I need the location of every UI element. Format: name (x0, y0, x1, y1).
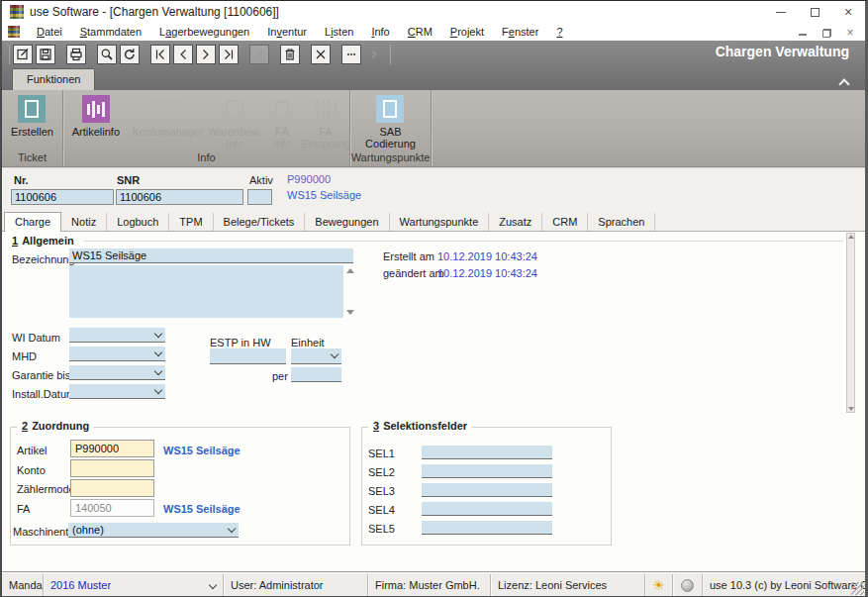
zaehlermodell-input[interactable] (70, 479, 154, 497)
mdi-restore-button[interactable] (820, 26, 833, 38)
bezeichnung-textarea[interactable] (69, 265, 343, 318)
fa-info-button: FA Info (262, 93, 302, 149)
print-button[interactable] (66, 45, 86, 64)
sel1-input[interactable] (422, 446, 552, 459)
refresh-button[interactable] (120, 45, 140, 64)
mdi-minimize-button[interactable] (796, 26, 810, 38)
tab-charge[interactable]: Charge (4, 212, 61, 232)
minimize-button[interactable] (764, 1, 798, 23)
scroll-down-icon[interactable] (346, 310, 354, 315)
install-datum-select[interactable] (69, 384, 165, 399)
article-name-link[interactable]: WS15 Seilsäge (287, 189, 361, 201)
fa-info-icon (268, 95, 296, 123)
charge-tab-content: 1Allgemein Bezeichnung Erstellt am 10.12… (2, 232, 865, 573)
ribbon-group-wartungspunkte: SAB Codierung Wartungspunkte (350, 90, 432, 166)
bezeichnung-input[interactable] (69, 249, 353, 263)
resize-grip[interactable] (851, 582, 864, 595)
mdi-minimize-icon (799, 34, 807, 36)
ribbon-group-ticket: Erstellen Ticket (2, 90, 63, 166)
delete-button[interactable] (280, 45, 300, 64)
menu-inventur[interactable]: Inventur (258, 25, 316, 39)
more-button[interactable] (341, 45, 361, 64)
konto-input[interactable] (70, 459, 154, 477)
scroll-up-icon[interactable] (848, 235, 854, 239)
sel3-input[interactable] (422, 483, 552, 497)
maximize-button[interactable] (798, 1, 831, 23)
scroll-down-icon[interactable] (848, 407, 854, 411)
erstellen-button[interactable]: Erstellen (11, 93, 53, 138)
menu-datei[interactable]: Datei (28, 25, 71, 39)
mandant-select[interactable]: 2016 Muster (44, 574, 224, 596)
ribbon-group-info: Artikelinfo Kontomanager Warenbew. Info … (63, 90, 350, 166)
scroll-up-icon[interactable] (346, 268, 354, 273)
detail-tabstrip: Charge Notiz Logbuch TPM Belege/Tickets … (2, 212, 865, 232)
collapse-ribbon-icon[interactable] (839, 77, 847, 85)
status-alert-cell: ☀ (645, 574, 673, 596)
menu-crm[interactable]: CRM (399, 25, 441, 39)
sel2-label: SEL2 (368, 466, 395, 478)
menu-projekt[interactable]: Projekt (441, 25, 493, 39)
per-input[interactable] (291, 367, 341, 382)
article-code-link[interactable]: P990000 (287, 173, 331, 185)
first-record-button[interactable] (150, 45, 170, 64)
mhd-select[interactable] (69, 347, 165, 361)
new-record-button[interactable] (13, 45, 33, 64)
tab-sprachen[interactable]: Sprachen (588, 213, 655, 231)
save-button[interactable] (36, 45, 55, 64)
tab-wartungspunkte[interactable]: Wartungspunkte (390, 213, 490, 231)
record-header: Nr. SNR Aktiv P990000 WS15 Seilsäge (2, 167, 865, 212)
ribbon-tab-funktionen[interactable]: Funktionen (12, 68, 95, 90)
tab-zusatz[interactable]: Zusatz (489, 213, 542, 231)
artikelinfo-button[interactable]: Artikelinfo (63, 93, 129, 138)
sel5-input[interactable] (422, 521, 552, 535)
menu-help[interactable]: ? (547, 25, 571, 39)
snr-input[interactable] (116, 189, 243, 205)
mdi-close-button[interactable]: × (843, 26, 857, 38)
maschinentyp-select[interactable]: (ohne) (68, 523, 239, 538)
aktiv-input[interactable] (247, 189, 272, 205)
chevron-down-icon (209, 581, 217, 589)
menu-info[interactable]: Info (362, 25, 398, 39)
mhd-label: MHD (12, 350, 37, 362)
tab-notiz[interactable]: Notiz (61, 213, 107, 231)
fa-name-link[interactable]: WS15 Seilsäge (163, 503, 241, 515)
menu-stammdaten[interactable]: Stammdaten (71, 25, 150, 39)
artikel-name-link[interactable]: WS15 Seilsäge (163, 445, 241, 456)
tab-bewegungen[interactable]: Bewegungen (305, 213, 389, 231)
menu-lagerbewegungen[interactable]: Lagerbewegungen (150, 25, 258, 39)
menu-fenster[interactable]: Fenster (493, 25, 547, 39)
sel3-label: SEL3 (368, 485, 395, 497)
title-bar: use Software - [Chargen Verwaltung [1100… (2, 1, 865, 23)
tab-belege-tickets[interactable]: Belege/Tickets (214, 213, 306, 231)
maschinentyp-value: (ohne) (72, 524, 104, 536)
garantie-label: Garantie bis (12, 369, 70, 381)
sel2-input[interactable] (422, 464, 552, 478)
delete-icon (283, 48, 297, 61)
sel4-input[interactable] (422, 502, 552, 516)
toolbar (6, 45, 394, 64)
tab-crm[interactable]: CRM (542, 213, 588, 231)
last-record-button[interactable] (219, 45, 239, 64)
close-button[interactable]: × (831, 1, 865, 23)
wi-datum-select[interactable] (69, 328, 165, 343)
einheit-select[interactable] (291, 348, 341, 364)
next-record-button[interactable] (196, 45, 216, 64)
cancel-button[interactable] (311, 45, 331, 64)
menu-listen[interactable]: Listen (316, 25, 362, 39)
fa-input[interactable] (70, 499, 154, 517)
sab-codierung-button[interactable]: SAB Codierung (365, 93, 416, 149)
close-icon: × (844, 5, 852, 19)
install-datum-label: Install.Datum (12, 388, 75, 400)
estp-input[interactable] (210, 348, 286, 364)
vertical-scrollbar[interactable] (846, 233, 855, 413)
ticket-create-icon (18, 95, 46, 123)
artikel-input[interactable] (70, 440, 154, 457)
app-window: use Software - [Chargen Verwaltung [1100… (0, 0, 868, 597)
tab-tpm[interactable]: TPM (169, 213, 213, 231)
previous-record-button[interactable] (173, 45, 193, 64)
garantie-select[interactable] (69, 365, 165, 380)
tab-logbuch[interactable]: Logbuch (107, 213, 169, 231)
nr-input[interactable] (11, 189, 114, 205)
search-button[interactable] (97, 45, 117, 64)
wi-datum-label: WI Datum (12, 332, 60, 344)
